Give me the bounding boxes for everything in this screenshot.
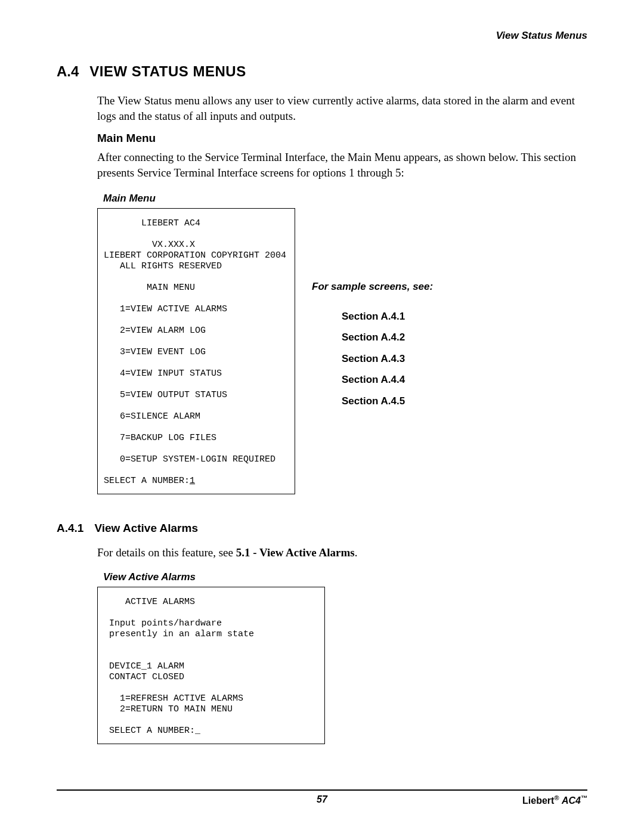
terminal-option: 2=VIEW ALARM LOG bbox=[104, 326, 206, 336]
mainmenu-caption: Main Menu bbox=[103, 193, 587, 205]
activealarms-terminal: ACTIVE ALARMS Input points/hardware pres… bbox=[97, 587, 325, 744]
section-intro: The View Status menu allows any user to … bbox=[97, 93, 587, 123]
section-ref: Section A.4.2 bbox=[342, 332, 433, 343]
subsection-heading: A.4.1 View Active Alarms bbox=[57, 522, 587, 535]
terminal-header: LIEBERT AC4 VX.XXX.X LIEBERT CORPORATION… bbox=[104, 218, 286, 293]
page-number: 57 bbox=[57, 794, 587, 805]
activealarms-wrap: ACTIVE ALARMS Input points/hardware pres… bbox=[97, 587, 587, 744]
terminal-option: 7=BACKUP LOG FILES bbox=[104, 433, 216, 443]
terminal-option: 0=SETUP SYSTEM-LOGIN REQUIRED bbox=[104, 454, 275, 465]
section-ref: Section A.4.5 bbox=[342, 395, 433, 407]
section-number: A.4 bbox=[57, 63, 79, 80]
terminal-option: 3=VIEW EVENT LOG bbox=[104, 347, 206, 357]
activealarms-caption: View Active Alarms bbox=[103, 571, 587, 583]
terminal-prompt: SELECT A NUMBER: bbox=[104, 476, 190, 486]
page-footer: 57 Liebert® AC4™ bbox=[57, 789, 587, 806]
running-head: View Status Menus bbox=[57, 30, 587, 42]
refs-lead: For sample screens, see: bbox=[312, 281, 433, 293]
mainmenu-heading: Main Menu bbox=[97, 132, 587, 145]
terminal-option: 6=SILENCE ALARM bbox=[104, 411, 200, 422]
section-ref: Section A.4.1 bbox=[342, 311, 433, 323]
section-ref: Section A.4.3 bbox=[342, 353, 433, 365]
terminal-option: 4=VIEW INPUT STATUS bbox=[104, 368, 222, 379]
section-heading: A.4 VIEW STATUS MENUS bbox=[57, 63, 587, 80]
subsection-number: A.4.1 bbox=[57, 522, 83, 535]
page: View Status Menus A.4 VIEW STATUS MENUS … bbox=[0, 0, 644, 833]
mainmenu-layout: LIEBERT AC4 VX.XXX.X LIEBERT CORPORATION… bbox=[97, 208, 587, 494]
subsection-title: View Active Alarms bbox=[94, 522, 198, 535]
crossref-post: . bbox=[355, 546, 358, 559]
terminal-prompt-value: 1 bbox=[190, 476, 195, 486]
crossref-link: 5.1 - View Active Alarms bbox=[236, 546, 355, 559]
section-ref: Section A.4.4 bbox=[342, 374, 433, 386]
section-title: VIEW STATUS MENUS bbox=[89, 63, 246, 80]
terminal-option: 1=VIEW ACTIVE ALARMS bbox=[104, 304, 227, 314]
section-references: For sample screens, see: Section A.4.1 S… bbox=[312, 281, 433, 417]
mainmenu-text: After connecting to the Service Terminal… bbox=[97, 150, 587, 180]
crossref-pre: For details on this feature, see bbox=[97, 546, 236, 559]
mainmenu-terminal: LIEBERT AC4 VX.XXX.X LIEBERT CORPORATION… bbox=[97, 208, 295, 494]
terminal-option: 5=VIEW OUTPUT STATUS bbox=[104, 390, 227, 400]
subsection-crossref: For details on this feature, see 5.1 - V… bbox=[97, 546, 587, 559]
